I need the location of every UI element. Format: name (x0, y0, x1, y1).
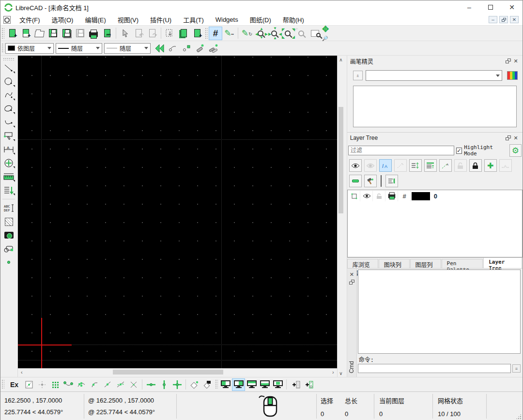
redo-button[interactable]: ↷ (145, 27, 159, 40)
layer-kind-cell[interactable] (349, 191, 360, 201)
flatten-layer-button[interactable] (349, 175, 362, 187)
layer-print-cell[interactable] (386, 191, 398, 201)
tab-pen-palette[interactable]: Pen Palette (442, 259, 483, 268)
horizontal-scrollbar[interactable]: ‹ › (18, 368, 337, 375)
layer-color-swatch[interactable] (412, 192, 430, 200)
new-document-button[interactable]: + (5, 27, 19, 40)
scroll-down-icon[interactable]: ∨ (339, 369, 342, 377)
tab-block-list[interactable]: 图块列表 (379, 259, 410, 268)
scroll-left-icon[interactable]: ‹ (18, 369, 26, 375)
layer-list[interactable]: # 0 (347, 190, 523, 257)
restrict-vertical-button[interactable] (157, 378, 170, 391)
add-layer-button[interactable]: ✚ (484, 159, 497, 172)
tab-library-browser[interactable]: 库浏览器 (347, 259, 378, 268)
snap-endpoints-button[interactable] (62, 378, 75, 391)
zoom-in-button[interactable]: ◀▶▲▼ (254, 27, 267, 40)
snap-on-grid-button[interactable] (48, 378, 62, 391)
open-button[interactable] (32, 27, 46, 40)
highlight-mode-checkbox[interactable]: ✓ (456, 148, 462, 154)
restrict-orthogonal-button[interactable] (170, 378, 184, 391)
sort-layers-button[interactable] (409, 159, 422, 172)
tab-layer-list[interactable]: 图层列表 (410, 259, 441, 268)
expand-tree-button[interactable] (385, 175, 398, 187)
back-button[interactable] (153, 42, 166, 55)
menu-plugins[interactable]: 插件(U) (144, 14, 177, 25)
dock-top-button[interactable] (245, 378, 258, 391)
block-tool-button[interactable] (1, 242, 16, 255)
menu-help[interactable]: 帮助(H) (277, 14, 310, 25)
float-panel-button[interactable] (504, 134, 512, 142)
snap-center-button[interactable] (88, 378, 101, 391)
layer-row[interactable]: # 0 (348, 190, 522, 202)
menu-options[interactable]: 选项(O) (46, 14, 79, 25)
hscroll-thumb[interactable] (113, 370, 223, 375)
dock-left-button[interactable] (219, 378, 232, 391)
layer-color-combo[interactable]: 依图层 (5, 43, 54, 54)
window-zoom-button[interactable] (308, 27, 322, 40)
dimension-tool-button[interactable]: A (1, 143, 16, 156)
layer-visibility-cell[interactable] (361, 191, 373, 201)
menu-widgets[interactable]: Widgets (210, 15, 244, 24)
window-resize-grip[interactable] (516, 414, 522, 420)
add-form-widget-button[interactable] (302, 378, 315, 391)
freeze-layer-button[interactable] (394, 159, 407, 172)
vscroll-thumb[interactable] (338, 107, 343, 213)
command-history[interactable] (358, 270, 521, 354)
maximize-button[interactable] (480, 0, 501, 14)
layer-filter-input[interactable] (348, 146, 454, 155)
select-tool-button[interactable] (1, 129, 16, 143)
layer-settings-button[interactable]: ⚙ (509, 144, 522, 157)
redraw-button[interactable]: ✎↻ (240, 27, 254, 40)
vertical-scrollbar[interactable]: ∧ ∨ (337, 56, 344, 377)
dock-right-button[interactable] (232, 378, 245, 391)
dock-floating-button[interactable] (271, 378, 284, 391)
unlock-all-button[interactable] (454, 159, 467, 172)
copy-pen-button[interactable] (193, 42, 207, 55)
command-options-button[interactable]: ≡ (512, 364, 521, 373)
tab-layer-tree[interactable]: Layer Tree (483, 257, 522, 268)
snap-on-entity-button[interactable] (75, 378, 88, 391)
pick-pen-apply-button[interactable] (180, 42, 193, 55)
defreeze-tool-button[interactable] (364, 175, 377, 187)
ellipse-tool-button[interactable] (1, 102, 16, 116)
dock-bottom-button[interactable] (258, 378, 271, 391)
snap-free-button[interactable] (22, 378, 35, 391)
document-menu-icon[interactable] (3, 16, 11, 24)
close-button[interactable]: ✕ (501, 0, 523, 14)
float-panel-button[interactable] (504, 57, 512, 65)
polyline-tool-button[interactable] (1, 116, 16, 129)
set-relative-zero-button[interactable] (188, 378, 201, 391)
menu-edit[interactable]: 编辑(E) (79, 14, 111, 25)
text-tool-button[interactable]: ABCDEF (1, 201, 16, 215)
save-as-button[interactable] (60, 27, 73, 40)
snap-middle-button[interactable] (101, 378, 114, 391)
close-panel-button[interactable]: ✕ (512, 134, 520, 142)
float-panel-button[interactable] (348, 278, 355, 286)
command-input[interactable] (358, 364, 511, 373)
line-type-combo[interactable]: 随层 (104, 43, 151, 54)
insert-block-add-button[interactable]: + (190, 27, 204, 40)
spline-tool-button[interactable] (1, 89, 16, 102)
close-panel-button[interactable]: ✕ (348, 270, 355, 278)
scroll-right-icon[interactable]: › (329, 369, 337, 375)
menu-view[interactable]: 视图(V) (112, 14, 144, 25)
order-tool-button[interactable] (1, 183, 16, 197)
layer-construction-cell[interactable]: # (399, 191, 411, 201)
toolbar-grip[interactable] (1, 43, 4, 53)
lock-all-button[interactable] (469, 159, 482, 172)
copy-pen-multi-button[interactable] (207, 42, 220, 55)
layer-lock-cell[interactable] (374, 191, 385, 201)
select-pointer-button[interactable] (118, 27, 132, 40)
save-all-button[interactable] (73, 27, 87, 40)
measure-tool-button[interactable] (1, 170, 16, 183)
save-button[interactable] (46, 27, 60, 40)
pick-pen-button[interactable] (166, 42, 180, 55)
hide-all-layers-button[interactable] (364, 159, 377, 172)
show-all-layers-button[interactable] (349, 159, 362, 172)
image-tool-button[interactable] (1, 228, 16, 242)
grid-toggle-button[interactable]: # (209, 27, 222, 40)
remove-layer-button[interactable]: A (499, 159, 512, 172)
new-from-template-button[interactable]: + (19, 27, 32, 40)
print-button[interactable] (87, 27, 100, 40)
line-tool-button[interactable] (1, 61, 16, 75)
